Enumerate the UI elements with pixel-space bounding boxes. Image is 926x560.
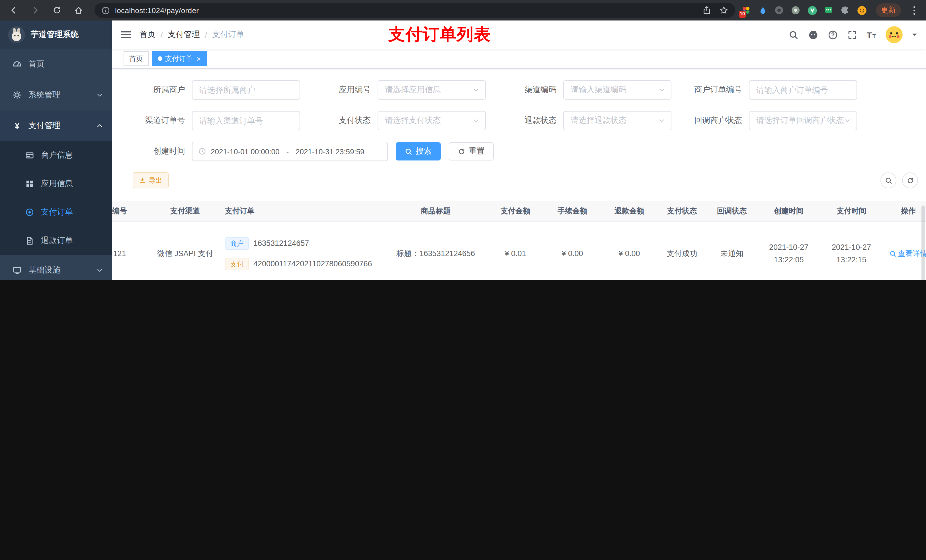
browser-window: localhost:1024/pay/order 10 <box>0 0 926 280</box>
user-avatar[interactable] <box>885 26 903 43</box>
breadcrumb-pay-manage[interactable]: 支付管理 <box>168 30 200 40</box>
extension-vue-icon[interactable] <box>807 5 817 15</box>
navbar-actions: TT <box>788 26 926 43</box>
select-placeholder: 请选择退款状态 <box>570 116 626 126</box>
table-row: 121 微信 JSAPI 支付 商户 1635312124657 支付 4200… <box>112 222 926 280</box>
sidebar-item-label: 退款订单 <box>41 235 73 246</box>
app-id-filter-label: 应用编号 <box>309 85 378 95</box>
sidebar-item-merchant-info[interactable]: 商户信息 <box>0 141 112 170</box>
browser-back-button[interactable] <box>7 3 21 17</box>
help-button[interactable] <box>828 30 837 39</box>
breadcrumb-separator: / <box>205 30 207 39</box>
fullscreen-button[interactable] <box>847 30 857 39</box>
select-placeholder: 请选择支付状态 <box>385 116 441 126</box>
sidebar-item-refund-order[interactable]: 退款订单 <box>0 226 112 255</box>
extension-colordots-icon[interactable]: 10 <box>741 5 751 15</box>
browser-home-button[interactable] <box>72 3 85 17</box>
chevron-down-icon <box>658 117 665 124</box>
main-area: 首页 / 支付管理 / 支付订单 支付订单列表 <box>112 21 926 280</box>
col-header-notify: 回调状态 <box>706 206 757 216</box>
home-icon <box>74 6 83 15</box>
chevron-down-icon <box>96 92 103 98</box>
avatar-caret-icon[interactable] <box>912 33 917 38</box>
refund-status-filter-select[interactable]: 请选择退款状态 <box>563 111 672 130</box>
merchant-filter-input[interactable] <box>192 80 300 100</box>
pay-status-filter-select[interactable]: 请选择支付状态 <box>378 111 486 130</box>
address-bar-actions <box>702 6 728 15</box>
sidebar-item-system[interactable]: 系统管理 <box>0 80 112 110</box>
extension-chat-icon[interactable] <box>823 5 834 15</box>
merchant-tag: 商户 <box>225 237 249 249</box>
app-id-filter-select[interactable]: 请选择应用信息 <box>378 80 486 100</box>
product-title-cell: 标题：1635312124656 <box>384 248 487 259</box>
export-button[interactable]: 导出 <box>133 172 169 189</box>
refresh-table-button[interactable] <box>902 172 918 189</box>
bookmark-star-icon[interactable] <box>719 6 728 15</box>
sidebar-item-payment[interactable]: ¥ 支付管理 <box>0 110 112 141</box>
active-dot-icon <box>158 56 162 61</box>
browser-forward-button[interactable] <box>29 3 42 17</box>
filter-field: 渠道编码 请输入渠道编码 <box>495 80 681 100</box>
monitor-icon <box>12 266 22 275</box>
view-detail-link[interactable]: 查看详情 <box>889 248 926 259</box>
extension-drop-icon[interactable] <box>757 5 768 15</box>
col-header-refund: 退款金额 <box>601 206 658 216</box>
app-logo: 芋道管理系统 <box>0 21 112 49</box>
refund-status-filter-label: 退款状态 <box>495 116 563 126</box>
extension-gray-circle2-icon[interactable] <box>790 5 801 15</box>
browser-reload-button[interactable] <box>50 3 64 17</box>
extensions-puzzle-icon[interactable] <box>840 5 850 15</box>
tab-pay-order[interactable]: 支付订单 × <box>152 51 206 66</box>
search-icon <box>405 148 412 155</box>
sidebar-item-infra[interactable]: 基础设施 <box>0 255 112 280</box>
sidebar-item-label: 系统管理 <box>29 90 61 100</box>
vertical-scrollbar[interactable] <box>921 205 925 280</box>
search-button[interactable]: 搜索 <box>396 142 441 160</box>
fee-amount-cell: ¥ 0.00 <box>544 249 601 258</box>
pay-channel-cell: 微信 JSAPI 支付 <box>151 248 219 259</box>
tab-label: 支付订单 <box>165 54 192 63</box>
header-search-button[interactable] <box>788 30 798 39</box>
address-bar[interactable]: localhost:1024/pay/order <box>95 3 735 18</box>
sidebar-item-app-info[interactable]: 应用信息 <box>0 170 112 198</box>
select-placeholder: 请选择应用信息 <box>385 85 441 95</box>
toggle-search-button[interactable] <box>881 172 896 189</box>
share-icon[interactable] <box>702 6 711 15</box>
github-link-button[interactable] <box>808 30 818 40</box>
search-icon <box>885 177 892 184</box>
browser-menu-icon[interactable] <box>909 5 919 15</box>
merchant-order-no-filter-input[interactable] <box>749 80 857 100</box>
logo-avatar <box>8 26 25 43</box>
filter-field: 支付状态 请选择支付状态 <box>309 111 495 130</box>
sidebar-item-home[interactable]: 首页 <box>0 49 112 80</box>
sidebar: 芋道管理系统 首页 系统管理 ¥ 支付管理 商户信息 <box>0 21 112 280</box>
channel-order-no-filter-input[interactable] <box>192 111 300 130</box>
site-info-icon[interactable] <box>101 6 110 15</box>
extension-gray-circle-icon[interactable] <box>774 5 784 15</box>
tab-home[interactable]: 首页 <box>124 51 149 66</box>
col-header-fee: 手续金额 <box>544 206 601 216</box>
breadcrumb-current: 支付订单 <box>212 30 244 40</box>
refresh-icon <box>906 177 914 184</box>
pay-amount-cell: ¥ 0.01 <box>487 249 544 258</box>
notify-status-filter-select[interactable]: 请选择订单回调商户状态 <box>749 111 857 130</box>
sidebar-item-pay-order[interactable]: 支付订单 <box>0 198 112 226</box>
font-size-small-icon: T <box>873 33 876 39</box>
breadcrumb-home[interactable]: 首页 <box>139 30 156 40</box>
create-time-range[interactable]: 2021-10-01 00:00:00 - 2021-10-31 23:59:5… <box>192 142 388 161</box>
date-start-value: 2021-10-01 00:00:00 <box>211 147 279 155</box>
channel-code-filter-select[interactable]: 请输入渠道编码 <box>563 80 672 100</box>
reload-icon <box>52 6 62 15</box>
search-icon <box>788 30 798 39</box>
profile-emoji-icon[interactable] <box>856 5 867 15</box>
font-size-button[interactable]: TT <box>867 30 876 39</box>
pay-tag: 支付 <box>225 258 249 270</box>
merchant-order-no-filter-label: 商户订单编号 <box>681 85 749 95</box>
refresh-icon <box>458 148 465 155</box>
filter-row-1: 所属商户 应用编号 请选择应用信息 渠道编码 请输入渠道编码 <box>112 80 926 100</box>
reset-button[interactable]: 重置 <box>449 142 494 160</box>
sidebar-toggle-button[interactable] <box>112 21 139 49</box>
refund-amount-cell: ¥ 0.00 <box>601 249 658 258</box>
browser-update-button[interactable]: 更新 <box>876 3 901 17</box>
tab-close-icon[interactable]: × <box>197 55 201 62</box>
